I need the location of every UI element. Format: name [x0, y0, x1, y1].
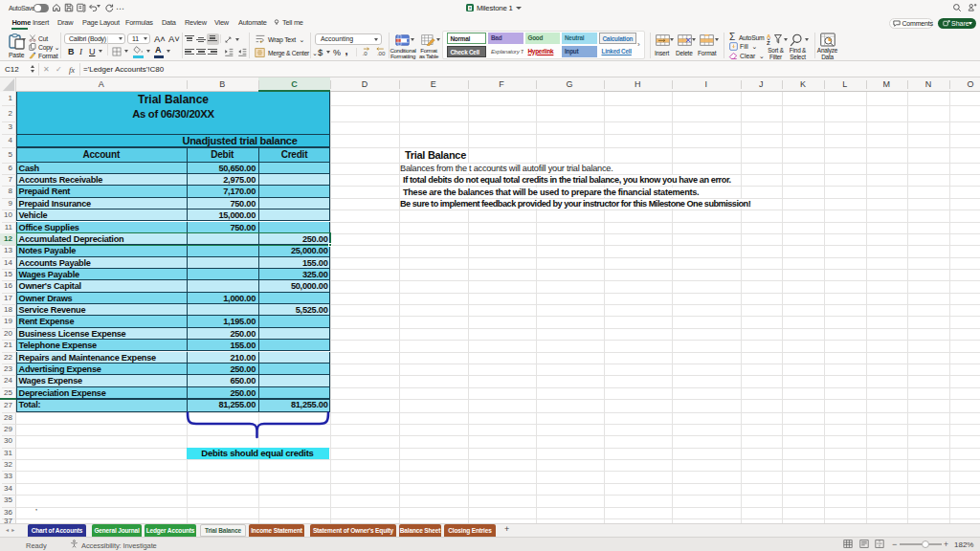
svg-text:.0: .0 [363, 50, 368, 56]
svg-text:Z: Z [767, 39, 770, 46]
svg-text:A: A [767, 33, 771, 39]
